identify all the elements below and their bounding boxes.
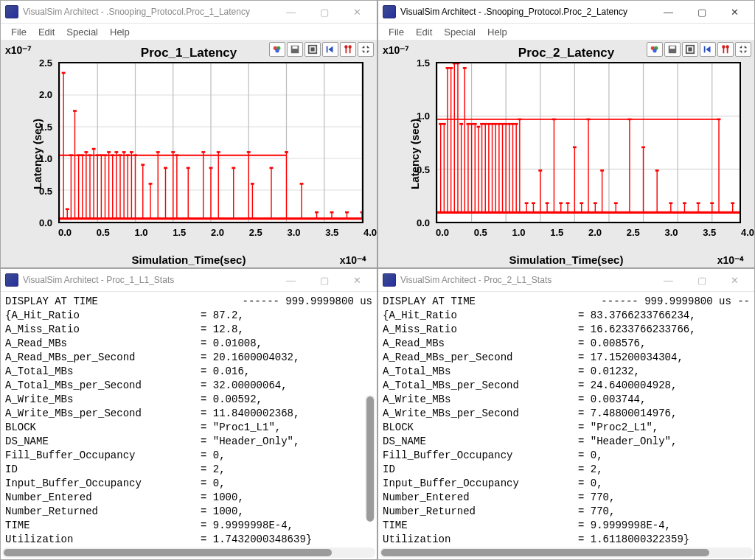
- x-ticks: 0.00.51.01.52.02.53.03.54.0: [58, 227, 363, 238]
- stats-row: A_Miss_Ratio= 12.8,: [5, 323, 372, 337]
- titlebar[interactable]: VisualSim Architect - .Snooping_Protocol…: [378, 1, 754, 24]
- x-exponent: x10⁻⁴: [340, 254, 366, 266]
- stats-row: Fill_Buffer_Occupancy= 0,: [5, 449, 372, 463]
- close-button[interactable]: ✕: [718, 1, 751, 22]
- menu-edit[interactable]: Edit: [411, 25, 436, 39]
- window-proc1-stats: VisualSim Architect - Proc_1_L1_Stats — …: [0, 268, 378, 560]
- stats-row: Number_Returned= 1000,: [5, 505, 372, 519]
- maximize-button[interactable]: ▢: [685, 1, 718, 22]
- menu-special[interactable]: Special: [439, 25, 480, 39]
- stats-row: TIME= 9.9999998E-4,: [5, 519, 372, 533]
- stats-row: {A_Hit_Ratio= 87.2,: [5, 309, 372, 323]
- stats-row: Number_Returned= 770,: [383, 505, 750, 519]
- scrollbar-vertical[interactable]: [365, 395, 375, 520]
- stats-row: A_Write_MBs_per_Second= 7.48800014976,: [383, 407, 750, 421]
- window-title: VisualSim Architect - .Snooping_Protocol…: [23, 7, 274, 17]
- menu-help[interactable]: Help: [483, 25, 512, 39]
- stats-row: A_Write_MBs_per_Second= 11.8400002368,: [5, 407, 372, 421]
- stats-row: {A_Hit_Ratio= 83.3766233766234,: [383, 309, 750, 323]
- chart-area-proc1: x10⁻⁷ Proc_1_Latency Latency (sec) 2.52.…: [1, 40, 377, 267]
- close-button[interactable]: ✕: [341, 1, 374, 22]
- stats-row: A_Read_MBs= 0.008576,: [383, 337, 750, 351]
- stats-text-proc1[interactable]: DISPLAY AT TIME ------ 999.9999800 us{A_…: [1, 292, 377, 559]
- plot-box[interactable]: [58, 62, 363, 223]
- stats-row: Utilization= 1.6118000322359}: [383, 533, 750, 547]
- stats-row: A_Total_MBs= 0.01232,: [383, 365, 750, 379]
- menubar: File Edit Special Help: [378, 24, 754, 40]
- close-button[interactable]: ✕: [718, 270, 751, 290]
- stats-row: A_Total_MBs_per_Second= 32.00000064,: [5, 379, 372, 393]
- minimize-button[interactable]: —: [274, 1, 307, 22]
- menu-edit[interactable]: Edit: [34, 25, 59, 39]
- minimize-button[interactable]: —: [652, 270, 685, 290]
- menubar: File Edit Special Help: [1, 24, 377, 40]
- menu-special[interactable]: Special: [62, 25, 102, 39]
- stats-row: A_Total_MBs= 0.016,: [5, 365, 372, 379]
- window-title: VisualSim Architect - Proc_1_L1_Stats: [23, 275, 274, 285]
- titlebar[interactable]: VisualSim Architect - Proc_1_L1_Stats — …: [1, 269, 377, 292]
- stats-row: Number_Entered= 1000,: [5, 491, 372, 505]
- stats-text-proc2[interactable]: DISPLAY AT TIME ------ 999.9999800 us --…: [378, 292, 754, 559]
- stats-row: Input_Buffer_Occupancy= 0,: [5, 477, 372, 491]
- stats-row: A_Write_MBs= 0.00592,: [5, 393, 372, 407]
- app-icon: [383, 273, 396, 287]
- chart-area-proc2: x10⁻⁷ Proc_2_Latency Latency (sec) 1.51.…: [378, 40, 754, 267]
- x-ticks: 0.00.51.01.52.02.53.03.54.0: [436, 227, 741, 238]
- menu-file[interactable]: File: [7, 25, 31, 39]
- app-icon: [383, 5, 396, 18]
- app-icon: [5, 5, 18, 18]
- stats-row: ID= 2,: [383, 463, 750, 477]
- close-button[interactable]: ✕: [341, 270, 374, 290]
- chart-title: Proc_2_Latency: [378, 46, 754, 60]
- x-axis-label: Simulation_Time(sec): [1, 253, 377, 266]
- stats-row: A_Total_MBs_per_Second= 24.6400004928,: [383, 379, 750, 393]
- window-title: VisualSim Architect - .Snooping_Protocol…: [400, 7, 652, 17]
- window-proc1-latency: VisualSim Architect - .Snooping_Protocol…: [0, 0, 378, 268]
- window-proc2-latency: VisualSim Architect - .Snooping_Protocol…: [378, 0, 755, 268]
- stats-row: Utilization= 1.7432000348639}: [5, 533, 372, 547]
- minimize-button[interactable]: —: [652, 1, 685, 22]
- stats-row: Number_Entered= 770,: [383, 491, 750, 505]
- menu-help[interactable]: Help: [105, 25, 134, 39]
- y-ticks: 1.51.00.50.0: [408, 63, 430, 223]
- window-title: VisualSim Architect - Proc_2_L1_Stats: [400, 275, 652, 285]
- stats-row: TIME= 9.9999998E-4,: [383, 519, 750, 533]
- stats-row: ID= 2,: [5, 463, 372, 477]
- app-icon: [5, 273, 18, 287]
- chart-title: Proc_1_Latency: [1, 46, 377, 60]
- stats-header: DISPLAY AT TIME ------ 999.9999800 us --: [383, 295, 750, 309]
- menu-file[interactable]: File: [384, 25, 408, 39]
- stats-row: DS_NAME= "Header_Only",: [383, 435, 750, 449]
- x-axis-label: Simulation_Time(sec): [378, 253, 754, 266]
- stats-row: DS_NAME= "Header_Only",: [5, 435, 372, 449]
- maximize-button[interactable]: ▢: [307, 270, 341, 290]
- stats-header: DISPLAY AT TIME ------ 999.9999800 us: [5, 295, 372, 309]
- maximize-button[interactable]: ▢: [685, 270, 718, 290]
- window-proc2-stats: VisualSim Architect - Proc_2_L1_Stats — …: [378, 268, 755, 560]
- y-ticks: 2.52.01.51.00.50.0: [30, 63, 52, 223]
- scrollbar-horizontal[interactable]: [2, 547, 375, 558]
- titlebar[interactable]: VisualSim Architect - .Snooping_Protocol…: [1, 1, 377, 24]
- stats-row: A_Write_MBs= 0.003744,: [383, 393, 750, 407]
- stats-row: BLOCK= "Proc2_L1",: [383, 421, 750, 435]
- titlebar[interactable]: VisualSim Architect - Proc_2_L1_Stats — …: [378, 269, 754, 292]
- scrollbar-horizontal[interactable]: [380, 547, 753, 558]
- stats-row: A_Read_MBs= 0.01008,: [5, 337, 372, 351]
- x-exponent: x10⁻⁴: [717, 254, 744, 266]
- stats-row: A_Read_MBs_per_Second= 17.15200034304,: [383, 351, 750, 365]
- stats-row: BLOCK= "Proc1_L1",: [5, 421, 372, 435]
- stats-row: A_Read_MBs_per_Second= 20.1600004032,: [5, 351, 372, 365]
- stats-row: Fill_Buffer_Occupancy= 0,: [383, 449, 750, 463]
- svg-rect-397: [738, 211, 740, 214]
- maximize-button[interactable]: ▢: [307, 1, 341, 22]
- plot-box[interactable]: [436, 62, 741, 223]
- stats-row: A_Miss_Ratio= 16.6233766233766,: [383, 323, 750, 337]
- stats-row: Input_Buffer_Occupancy= 0,: [383, 477, 750, 491]
- minimize-button[interactable]: —: [274, 270, 307, 290]
